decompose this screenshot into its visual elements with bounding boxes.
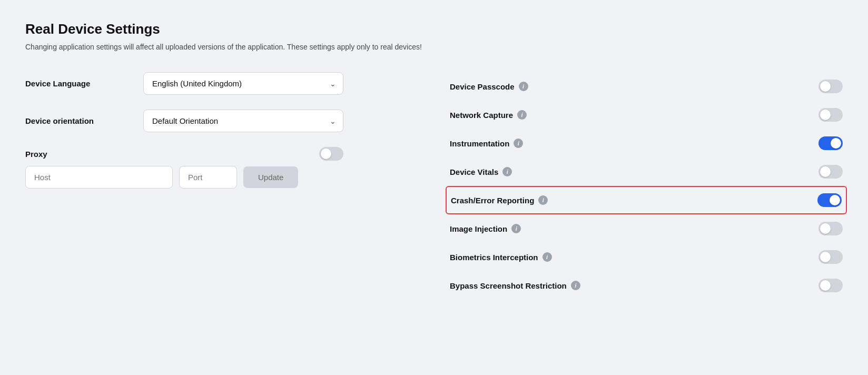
device-orientation-label: Device orientation [25, 116, 131, 125]
info-icon-instrumentation[interactable]: i [514, 139, 523, 148]
toggle-instrumentation[interactable] [818, 136, 843, 150]
proxy-label: Proxy [25, 150, 131, 159]
setting-row-image-injection: Image Injectioni [450, 214, 843, 243]
proxy-update-button[interactable]: Update [243, 166, 298, 188]
device-language-label: Device Language [25, 79, 131, 88]
toggle-slider [818, 250, 843, 264]
setting-label-device-vitals: Device Vitalsi [450, 167, 818, 176]
toggle-bypass-screenshot-restriction[interactable] [818, 279, 843, 292]
setting-label-image-injection: Image Injectioni [450, 224, 818, 233]
device-language-select-wrapper: English (United Kingdom) English (United… [143, 72, 343, 95]
proxy-toggle[interactable] [319, 147, 343, 161]
toggle-network-capture[interactable] [818, 108, 843, 122]
device-orientation-select-wrapper: Default Orientation Portrait Landscape ⌄ [143, 110, 343, 132]
setting-label-crash-error-reporting: Crash/Error Reportingi [451, 195, 817, 205]
setting-label-instrumentation: Instrumentationi [450, 139, 818, 148]
toggle-image-injection[interactable] [818, 222, 843, 235]
info-icon-bypass-screenshot-restriction[interactable]: i [571, 281, 580, 290]
device-language-select[interactable]: English (United Kingdom) English (United… [143, 72, 343, 95]
info-icon-network-capture[interactable]: i [517, 110, 527, 120]
proxy-port-input[interactable] [179, 166, 237, 189]
info-icon-biometrics-interception[interactable]: i [542, 252, 552, 262]
setting-row-device-passcode: Device Passcodei [450, 72, 843, 101]
toggle-slider [319, 147, 343, 161]
proxy-toggle-wrapper [143, 147, 343, 161]
info-icon-image-injection[interactable]: i [511, 224, 521, 233]
toggle-device-passcode[interactable] [818, 80, 843, 93]
toggle-crash-error-reporting[interactable] [817, 193, 842, 207]
device-orientation-select[interactable]: Default Orientation Portrait Landscape [143, 110, 343, 132]
toggle-slider [817, 193, 842, 207]
toggle-slider [818, 222, 843, 235]
toggle-biometrics-interception[interactable] [818, 250, 843, 264]
setting-row-biometrics-interception: Biometrics Interceptioni [450, 243, 843, 271]
setting-row-instrumentation: Instrumentationi [450, 129, 843, 157]
toggle-slider [818, 136, 843, 150]
toggle-slider [818, 80, 843, 93]
setting-row-device-vitals: Device Vitalsi [450, 157, 843, 186]
setting-label-network-capture: Network Capturei [450, 110, 818, 120]
setting-label-device-passcode: Device Passcodei [450, 82, 818, 91]
toggle-slider [818, 108, 843, 122]
device-language-row: Device Language English (United Kingdom)… [25, 72, 418, 95]
page-container: Real Device Settings Changing applicatio… [25, 21, 843, 300]
toggle-slider [818, 279, 843, 292]
setting-label-biometrics-interception: Biometrics Interceptioni [450, 252, 818, 262]
proxy-section: Proxy Update [25, 147, 418, 189]
setting-row-network-capture: Network Capturei [450, 101, 843, 129]
setting-label-bypass-screenshot-restriction: Bypass Screenshot Restrictioni [450, 281, 818, 290]
proxy-inputs-row: Update [25, 166, 418, 189]
proxy-host-input[interactable] [25, 166, 173, 189]
page-subtitle: Changing application settings will affec… [25, 43, 843, 51]
left-column: Device Language English (United Kingdom)… [25, 72, 418, 300]
setting-row-bypass-screenshot-restriction: Bypass Screenshot Restrictioni [450, 271, 843, 300]
toggle-slider [818, 165, 843, 179]
settings-grid: Device Language English (United Kingdom)… [25, 72, 843, 300]
info-icon-device-vitals[interactable]: i [502, 167, 512, 176]
right-column: Device PasscodeiNetwork CaptureiInstrume… [450, 72, 843, 300]
toggle-device-vitals[interactable] [818, 165, 843, 179]
page-title: Real Device Settings [25, 21, 843, 37]
info-icon-device-passcode[interactable]: i [519, 82, 528, 91]
proxy-row: Proxy [25, 147, 418, 161]
setting-row-crash-error-reporting: Crash/Error Reportingi [446, 186, 847, 214]
info-icon-crash-error-reporting[interactable]: i [538, 195, 548, 205]
device-orientation-row: Device orientation Default Orientation P… [25, 110, 418, 132]
